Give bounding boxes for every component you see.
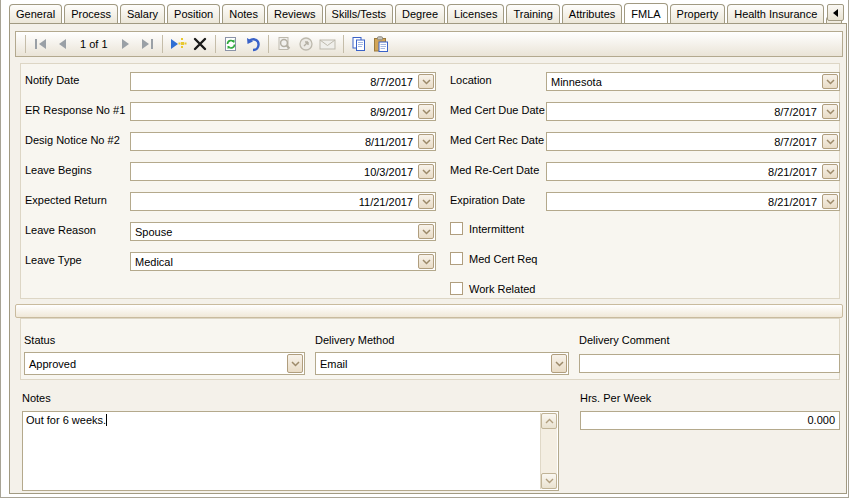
leave-reason-combo[interactable]: Spouse (130, 222, 436, 241)
work-related-checkbox-row: Work Related (450, 282, 535, 295)
status-combo[interactable]: Approved (24, 352, 305, 375)
dropdown-button[interactable] (822, 74, 838, 89)
email-button[interactable] (317, 33, 339, 55)
hrs-per-week-input[interactable]: 0.000 (580, 411, 840, 430)
toolbar-separator (25, 35, 26, 53)
dropdown-button[interactable] (822, 104, 838, 119)
chevron-down-icon (545, 478, 554, 484)
tab-position[interactable]: Position (167, 4, 220, 23)
med-cert-rec-label: Med Cert Rec Date (450, 134, 544, 146)
dropdown-button[interactable] (287, 354, 303, 373)
tab-strip: General Process Salary Position Notes Re… (1, 0, 849, 23)
location-combo[interactable]: Minnesota (546, 72, 840, 91)
intermittent-label: Intermittent (469, 223, 524, 235)
leave-begins-label: Leave Begins (25, 164, 92, 176)
dropdown-button[interactable] (418, 194, 434, 209)
dropdown-button[interactable] (418, 224, 434, 239)
chevron-down-icon (422, 139, 431, 145)
work-related-label: Work Related (469, 283, 535, 295)
toolbar-separator (268, 35, 269, 53)
undo-button[interactable] (242, 33, 264, 55)
work-related-checkbox[interactable] (450, 282, 463, 295)
dropdown-button[interactable] (822, 194, 838, 209)
er-response-field[interactable]: 8/9/2017 (130, 102, 436, 121)
fmla-tab-page: 1 of 1 (9, 23, 847, 494)
first-record-button[interactable] (30, 33, 52, 55)
toolbar-separator (343, 35, 344, 53)
expiration-date-field[interactable]: 8/21/2017 (546, 192, 840, 211)
last-record-icon (140, 38, 154, 50)
splitter-bar[interactable] (15, 304, 843, 318)
toolbar-separator (162, 35, 163, 53)
desig-notice-field[interactable]: 8/11/2017 (130, 132, 436, 151)
tab-scroll-left-button[interactable] (827, 4, 844, 21)
paste-button[interactable] (370, 33, 392, 55)
tab-licenses[interactable]: Licenses (447, 4, 504, 23)
tab-process[interactable]: Process (64, 4, 118, 23)
refresh-button[interactable] (220, 33, 242, 55)
copy-button[interactable] (348, 33, 370, 55)
delete-record-button[interactable] (189, 33, 211, 55)
leave-type-combo[interactable]: Medical (130, 252, 436, 271)
dropdown-button[interactable] (418, 164, 434, 179)
record-position: 1 of 1 (74, 38, 114, 50)
delete-record-icon (193, 37, 207, 51)
email-icon (319, 38, 336, 51)
intermittent-checkbox[interactable] (450, 222, 463, 235)
dropdown-button[interactable] (418, 134, 434, 149)
tab-health-insurance[interactable]: Health Insurance (727, 4, 824, 23)
refresh-icon (223, 36, 239, 52)
previous-record-button[interactable] (52, 33, 74, 55)
med-cert-rec-field[interactable]: 8/7/2017 (546, 132, 840, 151)
chevron-down-icon (422, 79, 431, 85)
next-record-button[interactable] (114, 33, 136, 55)
dropdown-button[interactable] (822, 134, 838, 149)
dropdown-button[interactable] (418, 104, 434, 119)
tab-degree[interactable]: Degree (395, 4, 445, 23)
leave-begins-field[interactable]: 10/3/2017 (130, 162, 436, 181)
delivery-comment-input[interactable] (579, 354, 840, 373)
toolbar-separator (215, 35, 216, 53)
dropdown-button[interactable] (551, 354, 567, 373)
print-preview-button[interactable] (273, 33, 295, 55)
tab-salary[interactable]: Salary (120, 4, 165, 23)
chevron-down-icon (422, 229, 431, 235)
chevron-down-icon (422, 259, 431, 265)
fmla-window: General Process Salary Position Notes Re… (0, 0, 849, 498)
notes-scrollbar[interactable] (540, 413, 557, 489)
new-record-button[interactable] (167, 33, 189, 55)
tab-general[interactable]: General (9, 4, 62, 23)
tab-skills-tests[interactable]: Skills/Tests (325, 4, 393, 23)
notes-label: Notes (22, 392, 51, 404)
chevron-down-icon (422, 169, 431, 175)
leave-type-label: Leave Type (25, 254, 82, 266)
scroll-up-button[interactable] (541, 413, 557, 429)
dropdown-button[interactable] (822, 164, 838, 179)
tab-notes[interactable]: Notes (222, 4, 265, 23)
tab-property[interactable]: Property (670, 4, 726, 23)
chevron-down-icon (826, 79, 835, 85)
notify-date-field[interactable]: 8/7/2017 (130, 72, 436, 91)
tab-reviews[interactable]: Reviews (267, 4, 323, 23)
notify-date-label: Notify Date (25, 74, 79, 86)
notes-textarea[interactable]: Out for 6 weeks. (22, 411, 559, 491)
med-cert-due-field[interactable]: 8/7/2017 (546, 102, 840, 121)
dropdown-button[interactable] (418, 254, 434, 269)
last-record-button[interactable] (136, 33, 158, 55)
copy-icon (351, 36, 367, 52)
triangle-left-icon (832, 9, 840, 17)
scroll-down-button[interactable] (541, 473, 557, 489)
med-cert-req-checkbox[interactable] (450, 252, 463, 265)
expected-return-field[interactable]: 11/21/2017 (130, 192, 436, 211)
chevron-down-icon (291, 361, 300, 367)
print-preview-icon (276, 36, 292, 52)
tab-training[interactable]: Training (506, 4, 559, 23)
tab-attributes[interactable]: Attributes (562, 4, 622, 23)
intermittent-checkbox-row: Intermittent (450, 222, 524, 235)
delivery-method-combo[interactable]: Email (315, 352, 569, 375)
dropdown-button[interactable] (418, 74, 434, 89)
tab-fmla[interactable]: FMLA (624, 3, 667, 23)
navigate-button[interactable] (295, 33, 317, 55)
med-recert-field[interactable]: 8/21/2017 (546, 162, 840, 181)
chevron-down-icon (826, 199, 835, 205)
